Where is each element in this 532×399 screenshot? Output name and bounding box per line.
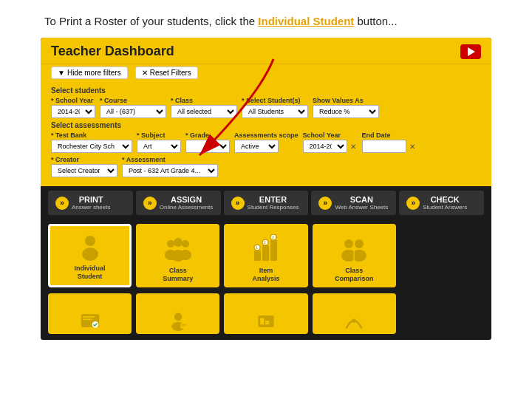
youtube-icon[interactable] (460, 44, 481, 59)
scan-button[interactable]: » SCAN Web Answer Sheets (311, 191, 396, 215)
assessment-label: * Assessment (122, 156, 218, 163)
svg-rect-24 (83, 318, 92, 320)
assessment-select[interactable]: Post - 632 Art Grade 4... (122, 164, 218, 177)
tiles-row-1: IndividualStudent ClassSummary (41, 219, 491, 293)
reset-filters-button[interactable]: ✕ Reset Filters (135, 66, 198, 79)
tiles-row-2 (41, 293, 491, 340)
svg-text:3: 3 (272, 235, 274, 239)
reset-icon: ✕ (142, 69, 148, 77)
tile-individual-student[interactable]: IndividualStudent (48, 224, 132, 287)
school-year2-group: School Year 2014-2015 ✕ (303, 132, 358, 153)
show-values-label: Show Values As (313, 97, 379, 104)
tile-r2-4[interactable] (313, 293, 396, 334)
svg-point-1 (82, 248, 98, 261)
instruction-text-before: To Print a Roster of your students, clic… (44, 15, 258, 27)
class-select[interactable]: All selected (171, 105, 237, 118)
check-arrow-icon: » (406, 197, 420, 210)
creator-select[interactable]: Select Creator (51, 164, 117, 177)
svg-point-7 (180, 250, 191, 260)
school-year2-select[interactable]: 2014-2015 (303, 140, 347, 153)
assign-button[interactable]: » ASSIGN Online Assessments (136, 191, 221, 215)
tile-r2-2[interactable] (136, 293, 219, 334)
hide-filters-label: Hide more filters (67, 69, 121, 77)
check-button[interactable]: » CHECK Student Answers (399, 191, 484, 215)
dashboard-title: Teacher Dashboard (51, 44, 174, 59)
school-year-group: * School Year 2014-2015 (51, 97, 95, 118)
end-date-clear-button[interactable]: ✕ (408, 143, 417, 151)
grade-select[interactable] (185, 140, 230, 153)
show-values-select[interactable]: Reduce % (313, 105, 379, 118)
enter-sublabel: Student Responses (248, 204, 299, 211)
course-group: * Course All - (637) (100, 97, 166, 118)
assessment-scope-group: Assessments scope Active (234, 132, 299, 153)
creator-label: * Creator (51, 156, 117, 163)
tile-r2-1[interactable] (48, 293, 132, 334)
course-label: * Course (100, 97, 166, 104)
assign-btn-text: ASSIGN Online Assessments (160, 195, 213, 211)
instruction-text-after: button... (354, 15, 397, 27)
instruction-highlight: Individual Student (258, 15, 354, 27)
tile-class-comparison[interactable]: ClassComparison (313, 224, 396, 287)
reset-filters-label: Reset Filters (150, 69, 191, 77)
tile-individual-student-label: IndividualStudent (75, 265, 106, 281)
filter-icon: ▼ (58, 69, 65, 77)
class-group: * Class All selected (171, 97, 237, 118)
assessment-group: * Assessment Post - 632 Art Grade 4... (122, 156, 218, 177)
print-sublabel: Answer sheets (72, 204, 110, 211)
scan-sublabel: Web Answer Sheets (335, 204, 388, 211)
assessment-scope-select[interactable]: Active (234, 140, 279, 153)
form-row-1: * School Year 2014-2015 * Course All - (… (51, 97, 481, 118)
test-bank-label: * Test Bank (51, 132, 132, 139)
scan-label: SCAN (335, 195, 388, 204)
svg-point-19 (355, 239, 364, 248)
tile-class-comparison-label: ClassComparison (335, 267, 374, 283)
hide-filters-button[interactable]: ▼ Hide more filters (51, 66, 128, 79)
school-year-select[interactable]: 2014-2015 (51, 105, 95, 118)
svg-point-4 (182, 240, 189, 248)
scan-arrow-icon: » (318, 197, 332, 210)
enter-label: ENTER (248, 195, 299, 204)
print-btn-text: PRINT Answer sheets (72, 195, 110, 211)
assign-label: ASSIGN (160, 195, 213, 204)
end-date-group: End Date ✕ (362, 132, 417, 153)
print-label: PRINT (72, 195, 110, 204)
class-comparison-icon (339, 234, 369, 264)
select-assessments-section-label: Select assessments (51, 121, 481, 129)
select-students-select[interactable]: All Students (242, 105, 308, 118)
course-select[interactable]: All - (637) (100, 105, 166, 118)
grade-label: * Grade (185, 132, 230, 139)
assign-arrow-icon: » (143, 197, 157, 210)
enter-button[interactable]: » ENTER Student Responses (224, 191, 309, 215)
subject-group: * Subject Art (137, 132, 181, 153)
dashboard-container: Teacher Dashboard ▼ Hide more filters ✕ … (41, 38, 491, 340)
test-bank-select[interactable]: Rochester City Sch Di (51, 140, 132, 153)
svg-point-3 (174, 238, 183, 247)
svg-rect-9 (262, 245, 269, 261)
check-sublabel: Student Answers (423, 204, 467, 211)
print-button[interactable]: » PRINT Answer sheets (48, 191, 133, 215)
tile-class-summary[interactable]: ClassSummary (136, 224, 219, 287)
dashboard-header: Teacher Dashboard (41, 38, 491, 64)
svg-point-34 (352, 318, 356, 322)
subject-select[interactable]: Art (137, 140, 181, 153)
assessment-scope-label: Assessments scope (234, 132, 299, 139)
svg-rect-32 (260, 318, 264, 324)
school-year2-label: School Year (303, 132, 358, 139)
school-year-label: * School Year (51, 97, 95, 104)
tile-item-analysis[interactable]: 1 2 3 ItemAnalysis (224, 224, 307, 287)
scan-btn-text: SCAN Web Answer Sheets (335, 195, 388, 211)
enter-btn-text: ENTER Student Responses (248, 195, 299, 211)
svg-point-0 (85, 236, 95, 246)
tile-r2-5 (400, 293, 484, 334)
form-row-3: * Creator Select Creator * Assessment Po… (51, 156, 481, 177)
end-date-input[interactable] (362, 140, 406, 153)
individual-student-icon (75, 232, 105, 262)
class-label: * Class (171, 97, 237, 104)
class-summary-icon (163, 234, 193, 264)
grade-group: * Grade (185, 132, 230, 153)
test-bank-group: * Test Bank Rochester City Sch Di (51, 132, 132, 153)
school-year2-clear-button[interactable]: ✕ (349, 143, 358, 151)
tile-r2-3[interactable] (224, 293, 307, 334)
youtube-play-triangle (468, 47, 475, 56)
select-students-section-label: Select students (51, 86, 481, 95)
